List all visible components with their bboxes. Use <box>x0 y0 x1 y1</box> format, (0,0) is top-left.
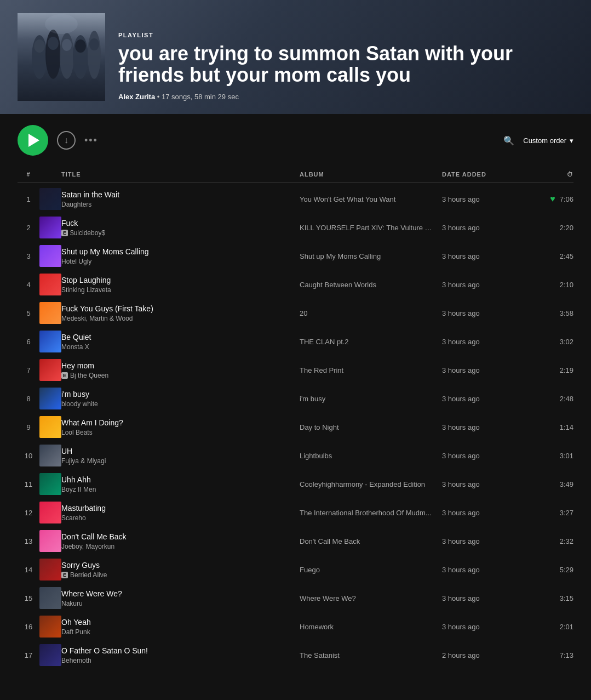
svg-point-9 <box>88 31 101 79</box>
track-row[interactable]: 6 Be Quiet Monsta X THE CLAN pt.2 3 hour… <box>18 327 573 356</box>
track-row[interactable]: 10 UH Fujiya & Miyagi Lightbulbs 3 hours… <box>18 441 573 470</box>
track-info: Satan in the Wait Daughters <box>61 190 300 208</box>
track-number: 8 <box>18 395 39 403</box>
artist-name: Behemoth <box>61 657 91 664</box>
track-info: Stop Laughing Stinking Lizaveta <box>61 275 300 293</box>
track-date: 3 hours ago <box>442 366 541 374</box>
track-artist: Medeski, Martin & Wood <box>61 315 293 322</box>
controls-right: 🔍 Custom order ▾ <box>503 135 573 146</box>
search-button[interactable]: 🔍 <box>503 135 514 146</box>
track-info: Where Were We? Nakuru <box>61 589 300 607</box>
track-number: 5 <box>18 309 39 317</box>
track-name: Oh Yeah <box>61 617 293 627</box>
play-icon <box>28 134 39 147</box>
track-artist: Daughters <box>61 201 293 208</box>
track-duration: 2:32 <box>560 537 573 545</box>
track-number: 15 <box>18 594 39 602</box>
track-row[interactable]: 5 Fuck You Guys (First Take) Medeski, Ma… <box>18 299 573 327</box>
track-list: # TITLE ALBUM DATE ADDED ⏱ 1 Satan in th… <box>0 167 591 669</box>
track-duration: 3:15 <box>560 594 573 602</box>
track-album: The Red Print <box>300 366 442 374</box>
track-name: Hey mom <box>61 361 293 371</box>
playlist-author: Alex Zurita <box>118 93 155 101</box>
track-actions: 2:32 <box>541 537 573 545</box>
track-text: Stop Laughing Stinking Lizaveta <box>61 275 293 293</box>
track-row[interactable]: 13 Don't Call Me Back Joeboy, Mayorkun D… <box>18 527 573 555</box>
track-album: Shut up My Moms Calling <box>300 252 442 260</box>
play-button[interactable] <box>18 125 48 156</box>
track-name: Shut up My Moms Calling <box>61 247 293 257</box>
custom-order-button[interactable]: Custom order ▾ <box>523 136 573 145</box>
track-row[interactable]: 4 Stop Laughing Stinking Lizaveta Caught… <box>18 270 573 299</box>
track-info: Be Quiet Monsta X <box>61 332 300 350</box>
track-name: Don't Call Me Back <box>61 532 293 542</box>
track-album: Day to Night <box>300 423 442 431</box>
track-row[interactable]: 3 Shut up My Moms Calling Hotel Ugly Shu… <box>18 242 573 270</box>
track-text: Shut up My Moms Calling Hotel Ugly <box>61 247 293 265</box>
track-row[interactable]: 12 Masturbating Scareho The Internationa… <box>18 498 573 527</box>
track-text: Sorry Guys E Berried Alive <box>61 560 293 578</box>
track-row[interactable]: 11 Uhh Ahh Boyz II Men Cooleyhighharmony… <box>18 470 573 498</box>
track-text: O Father O Satan O Sun! Behemoth <box>61 646 293 664</box>
track-album: The International Brotherhood Of Mudm... <box>300 509 442 517</box>
artist-name: Fujiya & Miyagi <box>61 457 106 465</box>
track-thumbnail <box>39 445 61 466</box>
track-row[interactable]: 8 i'm busy bloody white i'm busy 3 hours… <box>18 384 573 413</box>
artist-name: Joeboy, Mayorkun <box>61 543 114 550</box>
artist-name: Berried Alive <box>70 571 107 579</box>
track-thumbnail <box>39 245 61 267</box>
track-date: 3 hours ago <box>442 594 541 602</box>
track-text: i'm busy bloody white <box>61 389 293 407</box>
track-thumbnail <box>39 616 61 638</box>
track-row[interactable]: 16 Oh Yeah Daft Punk Homework 3 hours ag… <box>18 612 573 641</box>
track-artist: E Berried Alive <box>61 571 293 579</box>
more-options-button[interactable]: ••• <box>84 135 98 146</box>
track-name: Fuck <box>61 218 293 228</box>
track-actions: 2:45 <box>541 252 573 260</box>
track-date: 3 hours ago <box>442 452 541 460</box>
track-name: What Am I Doing? <box>61 418 293 428</box>
track-actions: 3:01 <box>541 452 573 460</box>
download-button[interactable]: ↓ <box>57 131 76 150</box>
track-text: Uhh Ahh Boyz II Men <box>61 475 293 493</box>
track-row[interactable]: 15 Where Were We? Nakuru Where Were We? … <box>18 584 573 612</box>
svg-point-4 <box>48 37 59 50</box>
track-duration: 3:58 <box>560 309 573 317</box>
tracks-container: 1 Satan in the Wait Daughters You Won't … <box>18 185 573 669</box>
track-info: What Am I Doing? Lool Beats <box>61 418 300 436</box>
track-name: Stop Laughing <box>61 275 293 285</box>
track-artist: Boyz II Men <box>61 486 293 493</box>
artist-name: Daft Punk <box>61 628 90 636</box>
track-name: Sorry Guys <box>61 560 293 570</box>
track-row[interactable]: 1 Satan in the Wait Daughters You Won't … <box>18 185 573 213</box>
track-row[interactable]: 7 Hey mom E Bj the Queen The Red Print 3… <box>18 356 573 384</box>
track-row[interactable]: 14 Sorry Guys E Berried Alive Fuego 3 ho… <box>18 555 573 584</box>
artist-name: Hotel Ugly <box>61 258 91 265</box>
track-date: 3 hours ago <box>442 195 541 203</box>
svg-point-8 <box>75 39 86 53</box>
playlist-label: PLAYLIST <box>118 32 573 38</box>
track-name: Fuck You Guys (First Take) <box>61 304 293 314</box>
track-row[interactable]: 17 O Father O Satan O Sun! Behemoth The … <box>18 641 573 669</box>
track-artist: E $uicideboy$ <box>61 229 293 237</box>
track-album: The Satanist <box>300 651 442 659</box>
track-duration: 7:13 <box>560 651 573 659</box>
track-number: 12 <box>18 509 39 517</box>
track-duration: 3:02 <box>560 338 573 346</box>
track-number: 13 <box>18 537 39 545</box>
track-row[interactable]: 2 Fuck E $uicideboy$ KILL YOURSELF Part … <box>18 213 573 242</box>
track-date: 3 hours ago <box>442 537 541 545</box>
artist-name: Nakuru <box>61 600 83 607</box>
track-actions: 3:58 <box>541 309 573 317</box>
track-album: Homework <box>300 623 442 631</box>
col-header-date: DATE ADDED <box>442 171 541 178</box>
artist-name: Medeski, Martin & Wood <box>61 315 133 322</box>
track-text: Fuck You Guys (First Take) Medeski, Mart… <box>61 304 293 322</box>
track-thumbnail <box>39 416 61 438</box>
track-number: 17 <box>18 651 39 659</box>
track-text: Oh Yeah Daft Punk <box>61 617 293 635</box>
track-row[interactable]: 9 What Am I Doing? Lool Beats Day to Nig… <box>18 413 573 441</box>
track-name: Uhh Ahh <box>61 475 293 485</box>
track-number: 7 <box>18 366 39 374</box>
track-thumbnail <box>39 587 61 609</box>
